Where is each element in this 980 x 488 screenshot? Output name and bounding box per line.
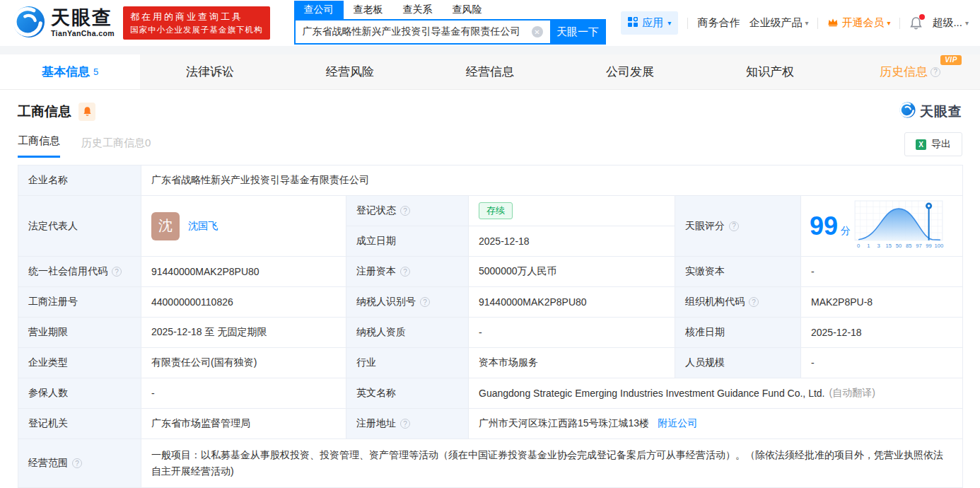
top-header: 天眼查 TianYanCha.com 都在用的商业查询工具 国家中小企业发展子基… bbox=[0, 0, 980, 46]
tab-label: 经营信息 bbox=[466, 64, 514, 80]
score-distribution-chart: 0 1 3 15 50 85 97 99 100 bbox=[853, 200, 944, 252]
search-tab-risk[interactable]: 查风险 bbox=[453, 1, 482, 19]
promo-line-2: 国家中小企业发展子基金旗下机构 bbox=[130, 24, 263, 36]
tab-company-development[interactable]: 公司发展 bbox=[560, 54, 700, 89]
company-type-label: 企业类型 bbox=[18, 348, 141, 378]
nav-open-vip[interactable]: 开通会员 bbox=[827, 16, 890, 30]
reg-status-value: 存续 bbox=[469, 196, 675, 226]
reg-capital-value: 5000000万人民币 bbox=[469, 257, 675, 287]
excel-icon bbox=[916, 139, 926, 150]
nav-cooperation[interactable]: 商务合作 bbox=[697, 16, 740, 30]
help-icon[interactable] bbox=[400, 206, 410, 216]
svg-text:0: 0 bbox=[857, 243, 860, 249]
tab-label: 知识产权 bbox=[746, 64, 794, 80]
table-row: 工商注册号 440000000110826 纳税人识别号 91440000MAK… bbox=[18, 287, 963, 318]
tab-basic-info[interactable]: 基本信息 5 bbox=[0, 54, 140, 89]
score-label: 天眼评分 bbox=[675, 196, 801, 257]
search-tab-company[interactable]: 查公司 bbox=[294, 1, 344, 19]
tab-intellectual-property[interactable]: 知识产权 bbox=[700, 54, 840, 89]
paid-capital-value: - bbox=[801, 257, 963, 287]
notification-bell[interactable] bbox=[909, 16, 923, 30]
tab-business-info[interactable]: 经营信息 bbox=[420, 54, 560, 89]
company-tabbar: 基本信息 5 法律诉讼 经营风险 经营信息 公司发展 知识产权 VIP 历史信息 bbox=[0, 54, 980, 90]
legal-rep-avatar[interactable]: 沈 bbox=[151, 212, 180, 240]
business-scope-value: 一般项目：以私募基金从事股权投资、投资管理、资产管理等活动（须在中国证券投资基金… bbox=[141, 439, 963, 488]
reg-authority-label: 登记机关 bbox=[18, 409, 141, 439]
org-code-label: 组织机构代码 bbox=[675, 287, 801, 318]
header-divider-band bbox=[0, 46, 980, 54]
company-name-value: 广东省战略性新兴产业投资引导基金有限责任公司 bbox=[141, 165, 963, 196]
paid-capital-label: 实缴资本 bbox=[675, 257, 801, 287]
nav-enterprise[interactable]: 企业级产品 bbox=[749, 16, 808, 30]
logo-text: 天眼查 bbox=[51, 8, 115, 28]
status-badge: 存续 bbox=[479, 202, 513, 219]
score-number: 99 bbox=[810, 214, 838, 239]
table-row: 登记机关 广东省市场监督管理局 注册地址 广州市天河区珠江西路15号珠江城13楼… bbox=[18, 409, 963, 439]
clear-search-icon[interactable] bbox=[532, 26, 543, 37]
legal-rep-label: 法定代表人 bbox=[18, 196, 141, 257]
nav-account[interactable]: 超级... bbox=[932, 16, 969, 30]
export-button[interactable]: 导出 bbox=[904, 132, 962, 156]
apps-label: 应用 bbox=[642, 16, 663, 30]
reg-number-value: 440000000110826 bbox=[141, 287, 346, 318]
nearby-companies-link[interactable]: 附近公司 bbox=[658, 417, 697, 430]
reg-number-label: 工商注册号 bbox=[18, 287, 141, 318]
score-value[interactable]: 99 分 bbox=[801, 196, 963, 257]
tianyancha-logo[interactable]: 天眼查 TianYanCha.com bbox=[13, 6, 115, 41]
tab-history-info[interactable]: VIP 历史信息 bbox=[840, 54, 980, 89]
reg-capital-label: 注册资本 bbox=[346, 257, 469, 287]
help-icon[interactable] bbox=[400, 267, 410, 277]
enterprise-label: 企业级产品 bbox=[749, 16, 802, 30]
help-icon[interactable] bbox=[400, 419, 410, 429]
tab-operation-risk[interactable]: 经营风险 bbox=[280, 54, 420, 89]
subtab-business-info[interactable]: 工商信息 bbox=[18, 134, 60, 158]
business-term-value: 2025-12-18 至 无固定期限 bbox=[141, 318, 346, 348]
auto-translate-note: (自动翻译) bbox=[829, 387, 875, 400]
tab-count: 5 bbox=[93, 66, 98, 77]
help-icon[interactable] bbox=[749, 297, 759, 307]
staff-size-value: - bbox=[801, 348, 963, 378]
svg-text:97: 97 bbox=[916, 243, 921, 249]
apps-menu[interactable]: 应用 bbox=[621, 11, 678, 35]
tianyancha-logo-icon bbox=[13, 6, 45, 41]
reg-status-label: 登记状态 bbox=[346, 196, 469, 226]
english-name-value: Guangdong Strategic Emerging Industries … bbox=[469, 378, 963, 409]
search-tab-relation[interactable]: 查关系 bbox=[403, 1, 433, 19]
business-term-label: 营业期限 bbox=[18, 318, 141, 348]
taxpayer-id-label: 纳税人识别号 bbox=[346, 287, 469, 318]
tab-label: 基本信息 bbox=[42, 64, 90, 80]
monitor-bell-icon[interactable] bbox=[78, 103, 95, 121]
help-icon[interactable] bbox=[729, 221, 739, 231]
english-name-label: 英文名称 bbox=[346, 378, 469, 409]
chevron-down-icon bbox=[965, 19, 969, 27]
vip-badge: VIP bbox=[940, 55, 962, 65]
svg-text:99: 99 bbox=[926, 243, 931, 249]
legal-rep-link[interactable]: 沈国飞 bbox=[188, 220, 218, 233]
tab-legal[interactable]: 法律诉讼 bbox=[140, 54, 280, 89]
svg-text:1: 1 bbox=[867, 243, 870, 249]
company-type-value: 有限责任公司(国有独资) bbox=[141, 348, 346, 378]
taxpayer-quality-value: - bbox=[469, 318, 675, 348]
tianyancha-watermark: 天眼查 bbox=[899, 102, 962, 121]
credit-code-label: 统一社会信用代码 bbox=[18, 257, 141, 287]
help-icon[interactable] bbox=[112, 267, 122, 277]
search-input[interactable] bbox=[294, 19, 550, 45]
help-icon[interactable] bbox=[931, 67, 940, 77]
divider bbox=[899, 18, 900, 29]
search-button[interactable]: 天眼一下 bbox=[550, 19, 606, 45]
table-row: 法定代表人 沈 沈国飞 登记状态 存续 成立日期 2025-12-18 天眼评分… bbox=[18, 196, 963, 257]
search-tab-boss[interactable]: 查老板 bbox=[354, 1, 383, 19]
section-title: 工商信息 bbox=[18, 103, 71, 121]
establish-date-label: 成立日期 bbox=[346, 226, 469, 257]
reg-address-value: 广州市天河区珠江西路15号珠江城13楼 附近公司 bbox=[469, 409, 963, 439]
tab-label: 历史信息 bbox=[880, 64, 928, 80]
apps-grid-icon bbox=[628, 17, 638, 29]
industry-value: 资本市场服务 bbox=[469, 348, 675, 378]
account-label: 超级... bbox=[932, 16, 962, 30]
subtab-history-business-info[interactable]: 历史工商信息0 bbox=[81, 136, 151, 158]
credit-code-value: 91440000MAK2P8PU80 bbox=[141, 257, 346, 287]
help-icon[interactable] bbox=[72, 458, 82, 468]
help-icon[interactable] bbox=[420, 297, 430, 307]
promo-line-1: 都在用的商业查询工具 bbox=[130, 11, 263, 24]
org-code-value: MAK2P8PU-8 bbox=[801, 287, 963, 318]
